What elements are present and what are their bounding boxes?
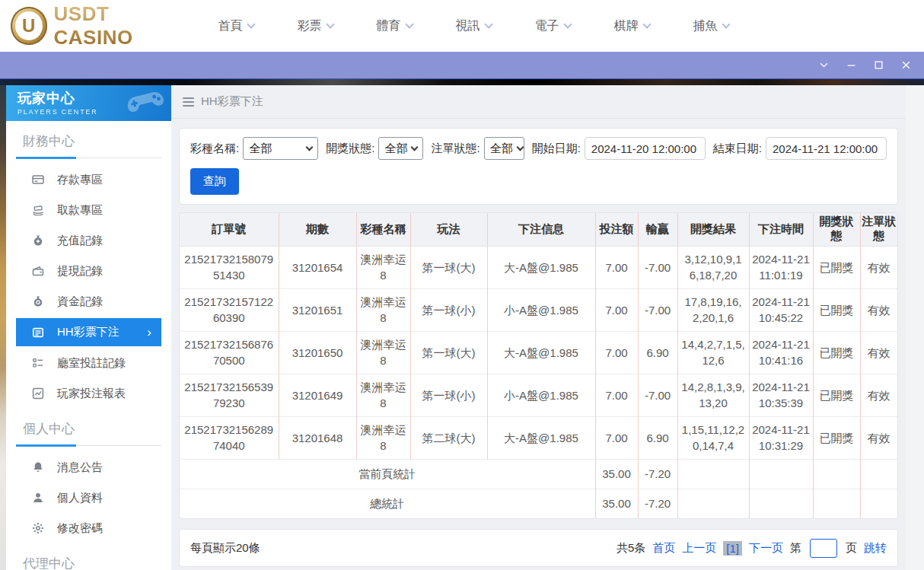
sidebar-item-hall-bet-record[interactable]: 廳室投註記錄 (16, 348, 161, 378)
page-summary-bet-total: 35.00 (595, 459, 638, 489)
content-area: HH彩票下注 彩種名稱: 全部 開獎狀態: 全部 注單狀態: 全部 開始日期: … (171, 85, 906, 570)
column-header-issue: 期數 (279, 213, 356, 246)
sidebar-item-profile[interactable]: 個人資料 (16, 482, 161, 513)
nav-item-lottery[interactable]: 彩票 (276, 18, 355, 34)
order-status-select[interactable]: 全部 (484, 137, 524, 160)
start-date-input[interactable] (585, 137, 706, 160)
sidebar-section-agent: 代理中心 (16, 555, 161, 570)
close-icon (901, 60, 911, 70)
total-count-text: 共5条 (617, 541, 645, 556)
logo-text: USDT CASINO (54, 2, 187, 49)
prev-page-link[interactable]: 上一页 (682, 541, 716, 556)
player-report-icon (31, 387, 44, 400)
funds-record-icon (31, 295, 44, 308)
lottery-select-label: 彩種名稱: (190, 142, 239, 156)
chevron-down-icon (247, 20, 255, 28)
window-close-button[interactable] (900, 59, 912, 72)
chevron-down-icon (722, 20, 730, 28)
minus-icon (846, 60, 856, 70)
logo-symbol: U (22, 17, 35, 35)
table-row: 215217321568767050031201650澳洲幸运8第一球(大)大-… (180, 331, 897, 374)
chevron-down-icon (516, 144, 524, 151)
user-icon (31, 492, 44, 505)
sidebar-item-announcements[interactable]: 消息公告 (16, 452, 161, 482)
nav-item-video[interactable]: 視訊 (434, 18, 513, 34)
draw-status-select-label: 開獎狀態: (326, 142, 374, 156)
gear-icon (31, 522, 44, 535)
column-header-bet-info: 下注信息 (487, 213, 595, 246)
chevron-down-icon (306, 144, 314, 151)
lottery-select[interactable]: 全部 (243, 137, 318, 160)
recharge-record-icon (31, 234, 44, 247)
nav-item-home[interactable]: 首頁 (196, 18, 276, 34)
section-title-personal: 個人中心 (16, 420, 161, 446)
sidebar-item-deposit[interactable]: 存款專區 (16, 164, 161, 195)
draw-status-select[interactable]: 全部 (378, 137, 423, 160)
search-button[interactable]: 查詢 (190, 168, 239, 195)
bets-table: 訂單號 期數 彩種名稱 玩法 下注信息 投注額 輸贏 開獎結果 下注時間 開獎狀… (180, 213, 897, 518)
chevron-down-icon (642, 20, 651, 28)
breadcrumb: HH彩票下注 (171, 85, 906, 119)
square-icon (874, 60, 884, 70)
column-header-order-status: 注單狀態 (860, 213, 897, 246)
logo: U USDT CASINO (0, 2, 187, 49)
column-header-draw-result: 開獎結果 (677, 213, 749, 246)
page-jump-input[interactable] (810, 539, 837, 558)
end-date-label: 結束日期: (713, 142, 762, 156)
bell-icon (31, 461, 44, 474)
sidebar: 玩家中心 PLAYERS CENTER 財務中心 存款專區 (6, 85, 171, 570)
window-titlebar (0, 52, 924, 78)
nav-item-slots[interactable]: 電子 (513, 18, 592, 34)
main-window: 玩家中心 PLAYERS CENTER 財務中心 存款專區 (0, 85, 924, 570)
jump-button[interactable]: 跳转 (864, 541, 887, 556)
sidebar-item-change-password[interactable]: 修改密碼 (16, 513, 161, 543)
chevron-right-icon: › (147, 326, 151, 339)
table-row: 215217321580795143031201654澳洲幸运8第一球(大)大-… (180, 246, 897, 288)
start-date-label: 開始日期: (532, 142, 581, 156)
total-summary-bet-total: 35.00 (595, 489, 638, 518)
next-page-link[interactable]: 下一页 (749, 541, 783, 556)
top-navbar: U USDT CASINO 首頁 彩票 體育 視訊 電子 棋牌 捕魚 (0, 0, 924, 52)
column-header-lottery-name: 彩種名稱 (356, 213, 410, 246)
column-header-win-loss: 輸贏 (638, 213, 677, 246)
page-summary-label: 當前頁統計 (180, 459, 595, 489)
end-date-input[interactable] (766, 137, 887, 160)
cashout-record-icon (31, 265, 44, 278)
lottery-bet-icon (31, 326, 44, 339)
chevron-down-icon (484, 20, 492, 28)
page-summary-win-loss: -7.20 (638, 459, 677, 489)
jump-prefix-text: 第 (790, 541, 801, 556)
sidebar-item-hh-lottery-bet[interactable]: HH彩票下注 › (16, 318, 161, 346)
window-collapse-button[interactable] (817, 59, 830, 72)
table-header-row: 訂單號 期數 彩種名稱 玩法 下注信息 投注額 輸贏 開獎結果 下注時間 開獎狀… (180, 213, 897, 246)
page-summary-row: 當前頁統計 35.00 -7.20 (180, 459, 897, 489)
nav-item-sports[interactable]: 體育 (355, 18, 434, 34)
jump-suffix-text: 页 (846, 541, 857, 556)
sidebar-item-funds-record[interactable]: 資金記錄 (16, 286, 161, 317)
column-header-order-no: 訂單號 (180, 213, 279, 246)
sidebar-item-withdraw[interactable]: 取款專區 (16, 195, 161, 225)
menu-icon[interactable] (183, 97, 194, 107)
window-minimize-button[interactable] (845, 59, 857, 72)
deposit-icon (31, 174, 44, 186)
table-row: 215217321565397923031201649澳洲幸运8第一球(小)小-… (180, 374, 897, 416)
first-page-link[interactable]: 首页 (652, 541, 675, 556)
pager: 共5条 首页 上一页 [1] 下一页 第 页 跳转 (617, 539, 887, 558)
usdt-coin-icon: U (11, 7, 47, 45)
chevron-down-icon (411, 144, 419, 151)
total-summary-row: 總統計 35.00 -7.20 (180, 489, 897, 518)
section-title-agent: 代理中心 (16, 555, 161, 570)
window-maximize-button[interactable] (872, 59, 884, 72)
nav-item-fishing[interactable]: 捕魚 (671, 18, 750, 34)
chevron-down-icon (326, 20, 334, 28)
sidebar-item-cashout-record[interactable]: 提現記錄 (16, 256, 161, 286)
current-page-indicator: [1] (723, 541, 742, 556)
bets-table-panel: 訂單號 期數 彩種名稱 玩法 下注信息 投注額 輸贏 開獎結果 下注時間 開獎狀… (179, 212, 898, 519)
sidebar-item-recharge-record[interactable]: 充值記錄 (16, 225, 161, 256)
nav-item-boardgames[interactable]: 棋牌 (592, 18, 671, 34)
filter-panel: 彩種名稱: 全部 開獎狀態: 全部 注單狀態: 全部 開始日期: 結束日期: 查… (179, 128, 898, 205)
main-menu: 首頁 彩票 體育 視訊 電子 棋牌 捕魚 (196, 18, 750, 34)
hall-bet-record-icon (31, 357, 44, 370)
sidebar-item-player-report[interactable]: 玩家投注報表 (16, 378, 161, 409)
total-summary-label: 總統計 (180, 489, 595, 518)
